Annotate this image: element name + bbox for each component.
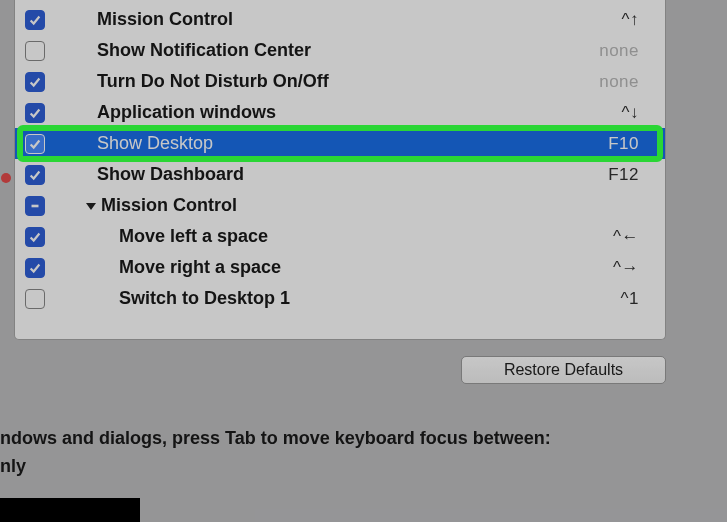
shortcut-value[interactable]: ^→: [613, 258, 639, 278]
shortcuts-list: Mission Control^↑Show Notification Cente…: [15, 0, 665, 314]
label-wrap: Mission Control: [97, 9, 622, 30]
checkbox[interactable]: [25, 196, 45, 216]
label-wrap: Application windows: [97, 102, 622, 123]
checkbox[interactable]: [25, 72, 45, 92]
row-label: Show Desktop: [97, 133, 213, 154]
label-wrap: Show Dashboard: [97, 164, 608, 185]
row-label: Mission Control: [97, 9, 233, 30]
checkbox[interactable]: [25, 10, 45, 30]
row-label: Move left a space: [119, 226, 268, 247]
restore-defaults-button[interactable]: Restore Defaults: [461, 356, 666, 384]
shortcut-row[interactable]: Application windows^↓: [15, 97, 665, 128]
shortcut-value[interactable]: none: [599, 72, 639, 92]
footer-line-2: nly: [0, 452, 551, 480]
shortcut-value[interactable]: F12: [608, 165, 639, 185]
checkbox[interactable]: [25, 227, 45, 247]
shortcut-row[interactable]: Mission Control: [15, 190, 665, 221]
row-label: Move right a space: [119, 257, 281, 278]
warning-dot-icon: [1, 173, 11, 183]
shortcut-row[interactable]: Show DashboardF12: [15, 159, 665, 190]
shortcut-value[interactable]: F10: [608, 134, 639, 154]
checkbox[interactable]: [25, 258, 45, 278]
label-wrap: Switch to Desktop 1: [119, 288, 621, 309]
footer-text: ndows and dialogs, press Tab to move key…: [0, 424, 551, 480]
row-label: Turn Do Not Disturb On/Off: [97, 71, 329, 92]
row-label: Show Notification Center: [97, 40, 311, 61]
row-label: Show Dashboard: [97, 164, 244, 185]
label-wrap: Mission Control: [85, 195, 665, 216]
shortcut-row[interactable]: Move left a space^←: [15, 221, 665, 252]
label-wrap: Move right a space: [119, 257, 613, 278]
shortcut-value[interactable]: ^←: [613, 227, 639, 247]
shortcut-row[interactable]: Show DesktopF10: [15, 128, 665, 159]
svg-marker-1: [86, 203, 96, 210]
checkbox[interactable]: [25, 134, 45, 154]
shortcut-row[interactable]: Move right a space^→: [15, 252, 665, 283]
shortcut-value[interactable]: none: [599, 41, 639, 61]
shortcut-row[interactable]: Turn Do Not Disturb On/Offnone: [15, 66, 665, 97]
checkbox[interactable]: [25, 103, 45, 123]
shortcut-row[interactable]: Show Notification Centernone: [15, 35, 665, 66]
label-wrap: Turn Do Not Disturb On/Off: [97, 71, 599, 92]
shortcuts-panel: Mission Control^↑Show Notification Cente…: [14, 0, 666, 340]
row-label: Mission Control: [101, 195, 237, 216]
bottom-bar: [0, 498, 140, 522]
shortcut-value[interactable]: ^1: [621, 289, 639, 309]
label-wrap: Move left a space: [119, 226, 613, 247]
checkbox[interactable]: [25, 289, 45, 309]
checkbox[interactable]: [25, 41, 45, 61]
checkbox[interactable]: [25, 165, 45, 185]
shortcut-value[interactable]: ^↑: [622, 10, 639, 30]
footer-line-1: ndows and dialogs, press Tab to move key…: [0, 424, 551, 452]
row-label: Switch to Desktop 1: [119, 288, 290, 309]
label-wrap: Show Desktop: [97, 133, 608, 154]
shortcut-row[interactable]: Switch to Desktop 1^1: [15, 283, 665, 314]
shortcut-value[interactable]: ^↓: [622, 103, 639, 123]
shortcut-row[interactable]: Mission Control^↑: [15, 4, 665, 35]
disclosure-triangle-icon[interactable]: [85, 200, 97, 212]
label-wrap: Show Notification Center: [97, 40, 599, 61]
row-label: Application windows: [97, 102, 276, 123]
